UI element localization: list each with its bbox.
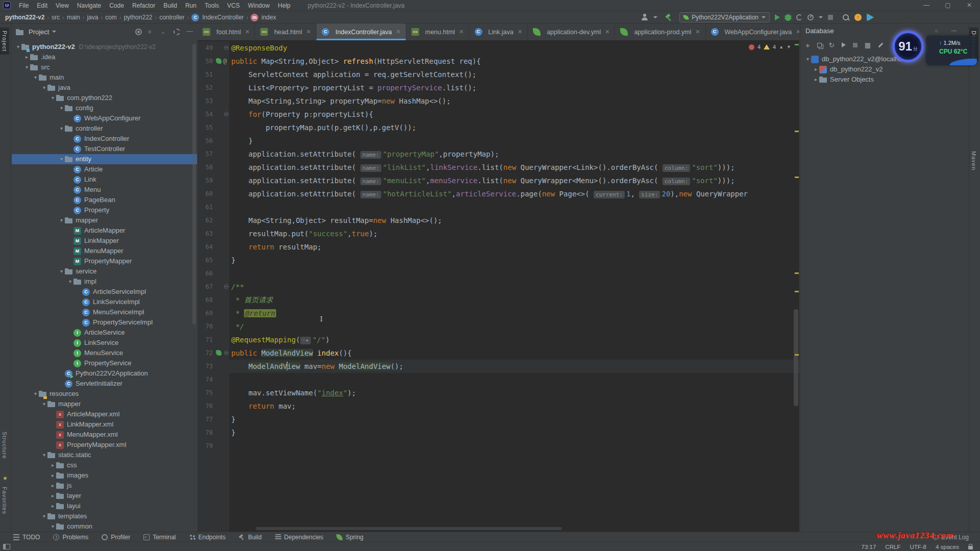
code-line-57[interactable]: 57 application.setAttribute( name:"prope… xyxy=(198,147,799,161)
menu-vcs[interactable]: VCS xyxy=(223,0,244,11)
tree-item-MenuMapper[interactable]: MMenuMapper xyxy=(12,246,197,256)
code-line-66[interactable]: 66 xyxy=(198,267,799,280)
warning-stripe-mark[interactable] xyxy=(795,354,799,356)
code-line-55[interactable]: 55 propertyMap.put(p.getK(),p.getV()); xyxy=(198,121,799,134)
editor-tab-application-prod.yml[interactable]: application-prod.yml✕ xyxy=(615,23,705,40)
breadcrumb-item[interactable]: src xyxy=(52,14,60,21)
tree-item-layui[interactable]: ▸layui xyxy=(12,501,197,511)
code-line-74[interactable]: 74 xyxy=(198,373,799,386)
editor-tab-foot.html[interactable]: <>foot.html✕ xyxy=(198,23,255,40)
settings-gear-icon[interactable] xyxy=(174,29,180,35)
close-tab-icon[interactable]: ✕ xyxy=(459,29,463,35)
code-line-59[interactable]: 59 application.setAttribute( name:"menuL… xyxy=(198,174,799,187)
search-everywhere-icon[interactable] xyxy=(842,14,849,21)
code-with-me-dropdown-icon[interactable] xyxy=(653,16,657,18)
editor-tab-IndexController.java[interactable]: CIndexController.java✕ xyxy=(316,23,406,40)
code-line-52[interactable]: 52 List<Property> propertyList = propert… xyxy=(198,81,799,94)
tree-item-common[interactable]: ▾common xyxy=(12,521,197,532)
tree-item-java[interactable]: ▾java xyxy=(12,83,197,93)
tree-item-LinkMapper[interactable]: MLinkMapper xyxy=(12,236,197,246)
tree-item-controller[interactable]: ▾controller xyxy=(12,123,197,134)
table-view-icon[interactable]: ▦ xyxy=(865,41,871,49)
run-configuration-select[interactable]: Python222V2Application xyxy=(679,12,770,22)
code-line-54[interactable]: 54– for(Property p:propertyList){ xyxy=(198,108,799,121)
tree-item-resources[interactable]: ▾resources xyxy=(12,389,197,399)
breadcrumb-item[interactable]: CIndexController xyxy=(191,14,243,21)
tree-item-css[interactable]: ▸css xyxy=(12,460,197,470)
code-line-69[interactable]: 69 * @return xyxy=(198,307,799,320)
editor-tab-application-dev.yml[interactable]: application-dev.yml✕ xyxy=(528,23,615,40)
editor-tab-head.html[interactable]: <>head.html✕ xyxy=(255,23,316,40)
code-line-50[interactable]: 50@public Map<String,Object> refresh(Htt… xyxy=(198,55,799,68)
tree-item-layer[interactable]: ▸layer xyxy=(12,491,197,501)
toolwindow-button-build[interactable]: Build xyxy=(239,534,262,541)
tree-item-templates[interactable]: ▾templates xyxy=(12,511,197,521)
coverage-button[interactable] xyxy=(796,14,802,20)
project-tree-scrollbar[interactable] xyxy=(192,44,196,324)
menu-view[interactable]: View xyxy=(52,0,73,11)
menu-run[interactable]: Run xyxy=(181,0,201,11)
project-view-dropdown-icon[interactable] xyxy=(52,31,56,33)
code-line-68[interactable]: 68 * 首页请求 xyxy=(198,293,799,307)
profiler-dropdown-icon[interactable] xyxy=(819,16,823,18)
toolwindow-button-terminal[interactable]: >Terminal xyxy=(143,534,176,541)
code-line-58[interactable]: 58 application.setAttribute( name:"linkL… xyxy=(198,161,799,174)
close-tab-icon[interactable]: ✕ xyxy=(518,29,522,35)
menu-build[interactable]: Build xyxy=(159,0,181,11)
tree-item-ArticleMapper[interactable]: MArticleMapper xyxy=(12,226,197,236)
tree-item-IndexController[interactable]: CIndexController xyxy=(12,134,197,144)
tree-item-PropertyMapper.xml[interactable]: xPropertyMapper.xml xyxy=(12,440,197,450)
editor-horizontal-scrollbar[interactable] xyxy=(256,527,562,530)
code-line-75[interactable]: 75 mav.setViewName("index"); xyxy=(198,386,799,399)
tree-item-Python222V2Application[interactable]: CPython222V2Application xyxy=(12,368,197,379)
close-tab-icon[interactable]: ✕ xyxy=(306,29,311,35)
breadcrumb-item[interactable]: python222-v2 xyxy=(5,14,44,21)
build-hammer-icon[interactable] xyxy=(665,14,672,21)
stop-icon[interactable] xyxy=(853,43,857,47)
spring-bean-icon[interactable] xyxy=(216,58,222,64)
tree-item-impl[interactable]: ▾impl xyxy=(12,277,197,287)
toolwindow-tab-project[interactable]: Project xyxy=(0,28,9,55)
update-available-icon[interactable]: ↑ xyxy=(854,14,862,21)
code-line-71[interactable]: 71@RequestMapping(◦▾"/") xyxy=(198,333,799,346)
tree-item-config[interactable]: ▾config xyxy=(12,103,197,113)
run-sql-icon[interactable] xyxy=(842,42,846,47)
code-line-49[interactable]: 49–@ResponseBody xyxy=(198,41,799,55)
close-tab-icon[interactable]: ✕ xyxy=(396,29,401,35)
toolwindow-button-endpoints[interactable]: Endpoints xyxy=(189,534,226,541)
menu-navigate[interactable]: Navigate xyxy=(73,0,105,11)
refresh-icon[interactable]: ↻ xyxy=(829,41,835,49)
editor-tab-Link.java[interactable]: CLink.java✕ xyxy=(470,23,528,40)
editor-scrollbar[interactable] xyxy=(794,309,798,406)
toolwindow-tab-structure[interactable]: Structure xyxy=(0,429,9,462)
tree-item-mapper[interactable]: ▾mapper xyxy=(12,399,197,409)
close-tab-icon[interactable]: ✕ xyxy=(695,29,700,35)
tree-item-LinkService[interactable]: ILinkService xyxy=(12,338,197,348)
run-button[interactable] xyxy=(775,14,780,20)
collapse-all-icon[interactable]: ⌄ xyxy=(161,29,167,35)
db-tree-item-db_python222_v2[interactable]: ▸db_python222_v2 xyxy=(800,64,968,74)
file-encoding[interactable]: UTF-8 xyxy=(910,544,926,550)
tree-item-MenuService[interactable]: IMenuService xyxy=(12,348,197,358)
tree-item-PageBean[interactable]: CPageBean xyxy=(12,195,197,205)
caret-position[interactable]: 73:17 xyxy=(862,544,876,550)
toolwindow-tab-maven[interactable]: Maven xyxy=(969,148,978,173)
code-line-67[interactable]: 67–/** xyxy=(198,280,799,293)
tree-item-Property[interactable]: CProperty xyxy=(12,205,197,215)
hide-panel-icon[interactable]: — xyxy=(186,29,193,35)
toolwindow-switcher-icon[interactable] xyxy=(3,544,10,549)
code-line-56[interactable]: 56 } xyxy=(198,134,799,147)
breadcrumb-item[interactable]: java xyxy=(87,14,98,21)
menu-refactor[interactable]: Refactor xyxy=(128,0,159,11)
code-line-78[interactable]: 78} xyxy=(198,426,799,439)
editor-tab-WebAppConfigurer.java[interactable]: CWebAppConfigurer.java✕ xyxy=(706,23,800,40)
tree-item-mapper[interactable]: ▾mapper xyxy=(12,215,197,226)
tree-item-MenuMapper.xml[interactable]: xMenuMapper.xml xyxy=(12,430,197,440)
close-button[interactable]: ✕ xyxy=(959,0,980,11)
toolwindow-button-todo[interactable]: TODO xyxy=(13,534,40,541)
tree-item-WebAppConfigurer[interactable]: CWebAppConfigurer xyxy=(12,113,197,123)
code-line-53[interactable]: 53 Map<String,String> propertyMap=new Ha… xyxy=(198,94,799,108)
expand-all-icon[interactable]: ≡ xyxy=(148,29,155,35)
stop-button[interactable] xyxy=(828,15,833,20)
tree-item-PropertyService[interactable]: IPropertyService xyxy=(12,358,197,368)
